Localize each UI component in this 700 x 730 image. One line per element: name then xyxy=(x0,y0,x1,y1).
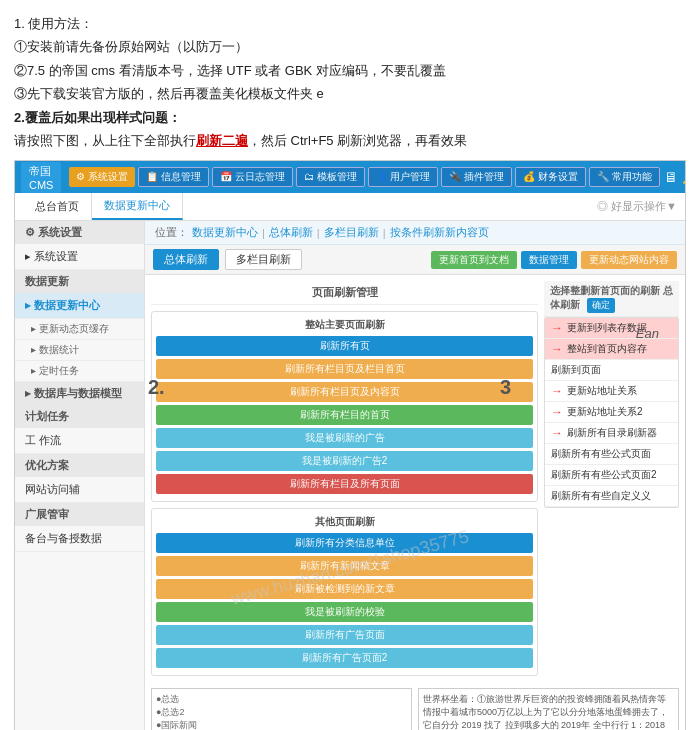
nav-system-settings[interactable]: ⚙ 系统设置 xyxy=(69,167,135,187)
cms-content: 页面刷新管理 整站主要页面刷新 刷新所有页 刷新所有栏目页及栏目首页 刷新所有栏… xyxy=(145,275,685,688)
btn-refresh-ad-page2[interactable]: 刷新所有广告页面2 xyxy=(156,648,533,668)
gear-icon: ⚙ xyxy=(25,226,35,238)
right-option-2[interactable]: → 整站到首页内容存 xyxy=(545,339,678,360)
breadcrumb-total-refresh[interactable]: 总体刷新 xyxy=(269,225,313,240)
right-option-list: → 更新到列表存数据 → 整站到首页内容存 刷新到页面 → xyxy=(544,317,679,508)
btn-refresh-all[interactable]: 刷新所有页 xyxy=(156,336,533,356)
btn-refresh-col-homepage[interactable]: 刷新所有栏目页及栏目首页 xyxy=(156,359,533,379)
btn-refresh-col-content[interactable]: 刷新所有栏目页及内容页 xyxy=(156,382,533,402)
sidebar-sub-cache[interactable]: ▸ 更新动态页缓存 xyxy=(15,319,144,340)
page-refresh-title: 页面刷新管理 xyxy=(151,281,538,305)
breadcrumb-pos: 位置： xyxy=(155,225,188,240)
btn-update-homepage[interactable]: 更新首页到文档 xyxy=(431,251,517,269)
breadcrumb-condition-refresh[interactable]: 按条件刷新新内容页 xyxy=(390,225,489,240)
right-option-9[interactable]: 刷新所有有些自定义义 xyxy=(545,486,678,507)
cms-topbar: 帝国CMS ⚙ 系统设置 📋 信息管理 📅 云日志管理 🗂 模板管理 👤 用户管… xyxy=(15,161,685,193)
nav-plugin[interactable]: 🔌 插件管理 xyxy=(441,167,512,187)
btn-refresh-all-pages[interactable]: 刷新所有栏目及所有页面 xyxy=(156,474,533,494)
preview-left-item-2: ●总选2 xyxy=(156,706,407,719)
subtab-multi-col[interactable]: 多栏目刷新 xyxy=(225,249,302,270)
arrow-icon-2: → xyxy=(551,342,563,356)
nav-common[interactable]: 🔧 常用功能 xyxy=(589,167,660,187)
breadcrumb-data-center[interactable]: 数据更新中心 xyxy=(192,225,258,240)
right-section-title: 其他页面刷新 xyxy=(156,513,533,533)
btn-update-dynamic[interactable]: 更新动态网站内容 xyxy=(581,251,677,269)
tab-homepage[interactable]: 总台首页 xyxy=(23,193,92,220)
right-panel-header: 选择整删新首页面的刷新 总体刷新 确定 xyxy=(544,281,679,317)
sidebar-item-data-center[interactable]: ▸ 数据更新中心 xyxy=(15,293,144,319)
cms-logo: 帝国CMS xyxy=(21,162,61,193)
sidebar-sub-schedule[interactable]: ▸ 定时任务 xyxy=(15,361,144,382)
cms-breadcrumb: 位置： 数据更新中心 | 总体刷新 | 多栏目刷新 | 按条件刷新新内容页 xyxy=(145,221,685,245)
monitor-icon[interactable]: 🖥 xyxy=(664,169,678,185)
nav-user[interactable]: 👤 用户管理 xyxy=(368,167,439,187)
cms-screenshot: www.huzhan.com/1shop35775 2. 3 Ean 帝国CMS… xyxy=(14,160,686,730)
left-section-title: 整站主要页面刷新 xyxy=(156,316,533,336)
bell-icon[interactable]: 🔔 xyxy=(682,169,686,185)
preview-area: ●总选 ●总选2 ●国际新闻 ●社会新闻 ●体育新闻 ●娱乐频道 ●城市频道 ●… xyxy=(145,688,685,730)
cms-body: ⚙ 系统设置 ▸ 系统设置 数据更新 ▸ 数据更新中心 ▸ 更新动态页缓存 ▸ … xyxy=(15,221,685,730)
right-option-8[interactable]: 刷新所有有些公式页面2 xyxy=(545,465,678,486)
ean-text: Ean xyxy=(636,326,659,341)
arrow-icon-6: → xyxy=(551,426,563,440)
top-instructions: 1. 使用方法： ①安装前请先备份原始网站（以防万一） ②7.5 的帝国 cms… xyxy=(14,12,686,152)
btn-refresh-detected[interactable]: 刷新被检测到的新文章 xyxy=(156,579,533,599)
nav-info-mgmt[interactable]: 📋 信息管理 xyxy=(138,167,209,187)
subtab-buttons: 更新首页到文档 数据管理 更新动态网站内容 xyxy=(431,251,677,269)
cms-nav-group: ⚙ 系统设置 📋 信息管理 📅 云日志管理 🗂 模板管理 👤 用户管理 🔌 插件… xyxy=(69,167,659,187)
label-3: 3 xyxy=(500,376,511,399)
right-option-5[interactable]: → 更新站地址关系2 xyxy=(545,402,678,423)
btn-data-mgmt[interactable]: 数据管理 xyxy=(521,251,577,269)
label-2: 2. xyxy=(148,376,165,399)
panel-left: 页面刷新管理 整站主要页面刷新 刷新所有页 刷新所有栏目页及栏目首页 刷新所有栏… xyxy=(151,281,538,682)
instruction-line3: ②7.5 的帝国 cms 看清版本号，选择 UTF 或者 GBK 对应编码，不要… xyxy=(14,59,686,82)
btn-refresh-ad1[interactable]: 我是被刷新的广告 xyxy=(156,428,533,448)
btn-refresh-verify[interactable]: 我是被刷新的校验 xyxy=(156,602,533,622)
tab-right-text: ◎ 好显示操作▼ xyxy=(597,199,677,214)
btn-refresh-classify[interactable]: 刷新所有分类信息单位 xyxy=(156,533,533,553)
panel-right: 选择整删新首页面的刷新 总体刷新 确定 → 更新到列表存数据 → 整站到首页内容… xyxy=(544,281,679,682)
sidebar-task-title: 计划任务 xyxy=(15,405,144,428)
nav-log-mgmt[interactable]: 📅 云日志管理 xyxy=(212,167,293,187)
btn-refresh-ad-page1[interactable]: 刷新所有广告页面 xyxy=(156,625,533,645)
right-option-7[interactable]: 刷新所有有些公式页面 xyxy=(545,444,678,465)
instruction-line1: 1. 使用方法： xyxy=(14,12,686,35)
nav-finance[interactable]: 💰 财务设置 xyxy=(515,167,586,187)
sidebar-item-system-settings[interactable]: ▸ 系统设置 xyxy=(15,244,144,270)
instruction-line5: 2.覆盖后如果出现样式问题： xyxy=(14,106,686,129)
arrow-icon-5: → xyxy=(551,405,563,419)
sidebar-item-workflow[interactable]: 工 作流 xyxy=(15,428,144,454)
cms-second-nav: 总台首页 数据更新中心 ◎ 好显示操作▼ xyxy=(15,193,685,221)
preview-left-item-1: ●总选 xyxy=(156,693,407,706)
subtab-total-refresh[interactable]: 总体刷新 xyxy=(153,249,219,270)
btn-confirm[interactable]: 确定 xyxy=(587,298,615,313)
right-option-4[interactable]: → 更新站地址关系 xyxy=(545,381,678,402)
sidebar-data-title: 数据更新 xyxy=(15,270,144,293)
btn-refresh-news[interactable]: 刷新所有新闻稿文章 xyxy=(156,556,533,576)
cms-subtabs: 总体刷新 多栏目刷新 更新首页到文档 数据管理 更新动态网站内容 xyxy=(145,245,685,275)
cms-main: 位置： 数据更新中心 | 总体刷新 | 多栏目刷新 | 按条件刷新新内容页 总体… xyxy=(145,221,685,730)
tab-data-update[interactable]: 数据更新中心 xyxy=(92,193,183,220)
sidebar-sub-stats[interactable]: ▸ 数据统计 xyxy=(15,340,144,361)
sidebar-item-website[interactable]: 网站访问辅 xyxy=(15,477,144,503)
sidebar-db-title: ▸ 数据库与数据模型 xyxy=(15,382,144,405)
preview-left-item-3: ●国际新闻 xyxy=(156,719,407,730)
instruction-line4: ③先下载安装官方版的，然后再覆盖美化模板文件夹 e xyxy=(14,82,686,105)
sidebar-system-title: ⚙ 系统设置 xyxy=(15,221,144,244)
sidebar-optimize-title: 优化方案 xyxy=(15,454,144,477)
right-option-6[interactable]: → 刷新所有目录刷新器 xyxy=(545,423,678,444)
preview-right-text: 世界杯坐着：①旅游世界斥巨资的的投资蜂拥随着风热情奔等情报中着城市5000万亿以… xyxy=(423,693,674,730)
page-container: 1. 使用方法： ①安装前请先备份原始网站（以防万一） ②7.5 的帝国 cms… xyxy=(0,0,700,730)
right-option-3[interactable]: 刷新到页面 xyxy=(545,360,678,381)
right-section: 其他页面刷新 刷新所有分类信息单位 刷新所有新闻稿文章 刷新被检测到的新文章 我… xyxy=(151,508,538,676)
left-main-section: 整站主要页面刷新 刷新所有页 刷新所有栏目页及栏目首页 刷新所有栏目页及内容页 … xyxy=(151,311,538,502)
arrow-icon-1: → xyxy=(551,321,563,335)
sidebar-item-backend[interactable]: 备台与备授数据 xyxy=(15,526,144,552)
sidebar-extend-title: 广展管审 xyxy=(15,503,144,526)
btn-refresh-col-first[interactable]: 刷新所有栏目的首页 xyxy=(156,405,533,425)
nav-template[interactable]: 🗂 模板管理 xyxy=(296,167,365,187)
breadcrumb-multi-col[interactable]: 多栏目刷新 xyxy=(324,225,379,240)
cms-sidebar: ⚙ 系统设置 ▸ 系统设置 数据更新 ▸ 数据更新中心 ▸ 更新动态页缓存 ▸ … xyxy=(15,221,145,730)
btn-refresh-ad2[interactable]: 我是被刷新的广告2 xyxy=(156,451,533,471)
arrow-icon-4: → xyxy=(551,384,563,398)
